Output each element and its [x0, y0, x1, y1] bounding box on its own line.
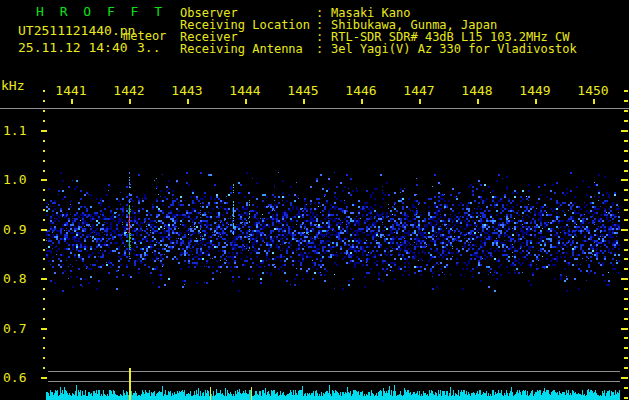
y-axis-tick-minor: [43, 298, 45, 300]
x-axis-tick: [303, 99, 305, 104]
y-axis-tick-minor: [624, 239, 628, 241]
y-axis-label: 1.0: [3, 173, 33, 186]
y-axis-tick-minor: [624, 367, 628, 369]
counter-label: 3..: [137, 41, 160, 54]
datetime-label: 25.11.12 14:40: [18, 41, 128, 54]
plot-top-border: [0, 108, 629, 109]
y-axis-tick-minor: [624, 288, 628, 290]
x-axis-tick: [129, 99, 131, 104]
y-axis-tick-minor: [624, 140, 628, 142]
y-axis-tick-minor: [624, 110, 628, 112]
info-colon: :: [316, 43, 323, 55]
y-axis-tick-minor: [43, 249, 45, 251]
y-axis-tick-minor: [43, 150, 45, 152]
y-axis-tick-minor: [43, 347, 45, 349]
y-axis-tick-minor: [624, 397, 628, 399]
y-axis-tick-major: [41, 377, 47, 379]
x-axis-label: 1446: [344, 84, 378, 97]
x-axis-label: 1441: [54, 84, 88, 97]
x-axis-tick: [593, 99, 595, 104]
y-axis-unit: kHz: [1, 79, 24, 92]
y-axis-tick-minor: [43, 90, 45, 92]
meteor-event-spike: [210, 387, 211, 400]
x-axis-tick: [361, 99, 363, 104]
y-axis-tick-minor: [43, 219, 45, 221]
y-axis-tick-minor: [624, 318, 628, 320]
x-axis-tick: [419, 99, 421, 104]
y-axis-tick-major: [41, 328, 47, 330]
y-axis-tick-minor: [43, 268, 45, 270]
y-axis-tick-minor: [624, 337, 628, 339]
y-axis-tick-major: [621, 278, 628, 280]
y-axis-label: 0.6: [3, 371, 33, 384]
y-axis-tick-minor: [624, 298, 628, 300]
y-axis-tick-minor: [43, 110, 45, 112]
y-axis-tick-minor: [624, 90, 628, 92]
x-axis-tick: [187, 99, 189, 104]
y-axis-tick-major: [41, 229, 47, 231]
y-axis-tick-minor: [624, 150, 628, 152]
x-axis-label: 1448: [460, 84, 494, 97]
spectrogram-canvas: [46, 110, 629, 400]
hrofft-window: H R O F F T UT2511121440.pn meteor 25.11…: [0, 0, 629, 400]
y-axis-tick-minor: [43, 170, 45, 172]
x-axis-label: 1449: [518, 84, 552, 97]
x-axis-tick: [535, 99, 537, 104]
y-axis-tick-minor: [624, 189, 628, 191]
y-axis-label: 0.7: [3, 322, 33, 335]
y-axis-tick-major: [41, 179, 47, 181]
x-axis-label: 1444: [228, 84, 262, 97]
y-axis-tick-minor: [624, 170, 628, 172]
y-axis-tick-minor: [624, 120, 628, 122]
output-filename: UT2511121440.pn: [18, 24, 135, 37]
y-axis-tick-major: [621, 328, 628, 330]
y-axis-tick-minor: [624, 100, 628, 102]
info-value: 3el Yagi(V) Az 330 for Vladivostok: [331, 43, 577, 55]
y-axis-tick-major: [41, 278, 47, 280]
x-axis-tick: [245, 99, 247, 104]
y-axis-tick-minor: [43, 140, 45, 142]
y-axis-tick-minor: [43, 258, 45, 260]
y-axis-tick-minor: [43, 189, 45, 191]
y-axis-tick-minor: [43, 337, 45, 339]
y-axis-tick-major: [621, 179, 628, 181]
y-axis-tick-minor: [43, 209, 45, 211]
meteor-event-spike: [251, 387, 252, 400]
y-axis-tick-minor: [624, 308, 628, 310]
y-axis-tick-minor: [43, 308, 45, 310]
y-axis-tick-minor: [43, 100, 45, 102]
x-axis-label: 1445: [286, 84, 320, 97]
y-axis-tick-minor: [624, 347, 628, 349]
y-axis-label: 0.9: [3, 223, 33, 236]
meteor-event-spike: [129, 368, 131, 400]
x-axis-label: 1450: [576, 84, 610, 97]
x-axis-label: 1442: [112, 84, 146, 97]
x-axis-tick: [477, 99, 479, 104]
x-axis-tick: [71, 99, 73, 104]
y-axis-tick-major: [621, 229, 628, 231]
y-axis-tick-minor: [624, 357, 628, 359]
y-axis-label: 0.8: [3, 272, 33, 285]
y-axis-tick-major: [621, 130, 628, 132]
y-axis-tick-minor: [43, 120, 45, 122]
y-axis-tick-minor: [624, 219, 628, 221]
y-axis-tick-minor: [624, 268, 628, 270]
y-axis-tick-minor: [43, 318, 45, 320]
y-axis-tick-minor: [43, 160, 45, 162]
y-axis-tick-minor: [43, 367, 45, 369]
app-title: H R O F F T: [36, 5, 166, 18]
y-axis-tick-minor: [624, 160, 628, 162]
y-axis-tick-major: [621, 377, 628, 379]
y-axis-label: 1.1: [3, 124, 33, 137]
y-axis-tick-minor: [624, 209, 628, 211]
y-axis-tick-minor: [43, 199, 45, 201]
y-axis-tick-minor: [43, 288, 45, 290]
y-axis-tick-minor: [43, 357, 45, 359]
info-label: Receiving Antenna: [180, 43, 303, 55]
x-axis-label: 1443: [170, 84, 204, 97]
y-axis-tick-minor: [624, 249, 628, 251]
y-axis-tick-minor: [624, 387, 628, 389]
y-axis-tick-minor: [43, 239, 45, 241]
y-axis-tick-minor: [624, 199, 628, 201]
y-axis-tick-minor: [624, 258, 628, 260]
